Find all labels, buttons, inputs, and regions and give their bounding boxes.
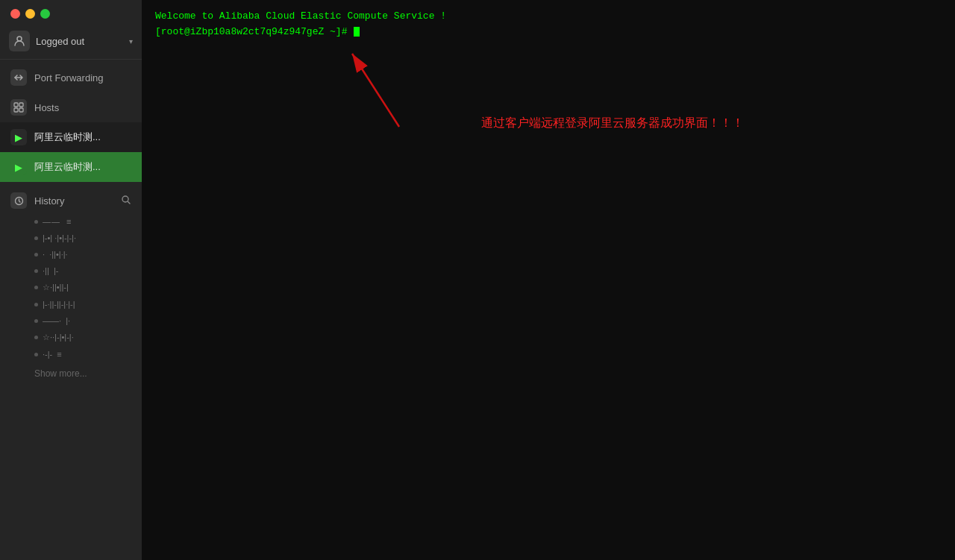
account-row[interactable]: Logged out ▾ [0, 26, 142, 59]
history-item[interactable]: ☆··|-|•|-|· [0, 329, 142, 346]
history-item[interactable]: ·|| |- [0, 262, 142, 279]
user-icon [13, 35, 25, 47]
svg-rect-2 [19, 103, 23, 107]
svg-point-6 [122, 196, 128, 202]
session-1-label: 阿里云临时测... [34, 130, 101, 144]
history-icon [10, 192, 27, 209]
divider-1 [0, 59, 142, 60]
port-forwarding-label: Port Forwarding [34, 72, 103, 84]
annotation-text: 通过客户端远程登录阿里云服务器成功界面！！！ [481, 116, 744, 131]
session-item-2[interactable]: ▶ 阿里云临时测... [0, 152, 142, 182]
svg-rect-4 [19, 108, 23, 112]
hosts-label: Hosts [34, 102, 59, 113]
traffic-lights [0, 0, 142, 26]
sidebar-item-port-forwarding[interactable]: Port Forwarding [0, 63, 142, 92]
history-dot [34, 336, 38, 339]
hosts-icon [10, 99, 27, 116]
history-dot [34, 303, 38, 306]
history-dot [34, 253, 38, 257]
history-dot [34, 286, 38, 289]
history-dot [34, 353, 38, 356]
history-dot [34, 236, 38, 240]
history-item[interactable]: |-•| ·|•|-|-|· [0, 230, 142, 246]
arrow-svg [142, 0, 955, 560]
sidebar-item-hosts[interactable]: Hosts [0, 92, 142, 122]
svg-rect-3 [14, 108, 18, 112]
history-item[interactable]: —— ≡ [0, 213, 142, 230]
svg-point-0 [17, 37, 22, 41]
history-item[interactable]: ——· |· [0, 312, 142, 329]
svg-rect-1 [14, 103, 18, 107]
session-1-icon: ▶ [10, 129, 27, 145]
chevron-down-icon: ▾ [129, 37, 133, 45]
history-item[interactable]: ☆·||•||-| [0, 279, 142, 296]
session-2-label: 阿里云临时测... [34, 160, 101, 174]
account-label: Logged out [36, 36, 123, 47]
history-dot [34, 220, 38, 224]
session-2-icon: ▶ [10, 159, 27, 175]
terminal-panel[interactable]: Welcome to Alibaba Cloud Elastic Compute… [142, 0, 955, 560]
minimize-button[interactable] [25, 9, 35, 19]
history-search-button[interactable] [121, 195, 131, 207]
svg-line-8 [352, 54, 399, 127]
maximize-button[interactable] [40, 9, 50, 19]
sidebar: Logged out ▾ Port Forwarding Hosts ▶ [0, 0, 142, 560]
history-dot [34, 319, 38, 323]
history-label: History [34, 195, 64, 207]
history-dot [34, 269, 38, 273]
history-list: —— ≡ |-•| ·|•|-|-|· · ·||•|·|· ·|| |- ☆·… [0, 213, 142, 362]
history-section-header: History [0, 185, 142, 213]
terminal-cursor [354, 27, 360, 37]
terminal-prompt: [root@iZbp10a8w2ct7q94z947geZ ~]# [155, 26, 942, 37]
show-more-button[interactable]: Show more... [0, 362, 142, 385]
history-item[interactable]: · ·||•|·|· [0, 246, 142, 262]
history-item[interactable]: ·-|- ≡ [0, 346, 142, 362]
terminal-prompt-text: [root@iZbp10a8w2ct7q94z947geZ ~]# [155, 26, 353, 37]
port-forwarding-icon [10, 69, 27, 86]
annotation-overlay: 通过客户端远程登录阿里云服务器成功界面！！！ [142, 0, 955, 560]
history-title-group: History [10, 192, 64, 209]
account-icon [9, 31, 30, 51]
session-item-1[interactable]: ▶ 阿里云临时测... [0, 122, 142, 152]
close-button[interactable] [10, 9, 20, 19]
terminal-welcome-line: Welcome to Alibaba Cloud Elastic Compute… [155, 10, 942, 22]
history-item[interactable]: |-·||-||-|·|-| [0, 296, 142, 312]
